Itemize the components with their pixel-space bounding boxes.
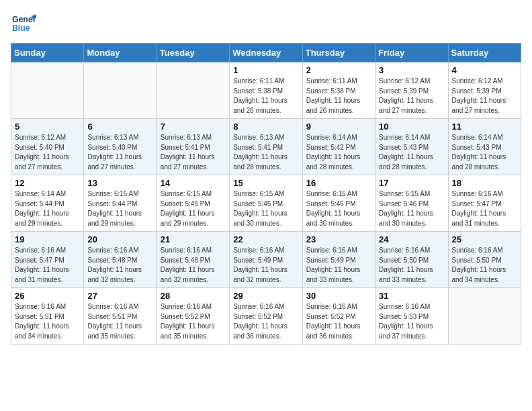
calendar-cell: 18Sunrise: 6:16 AM Sunset: 5:47 PM Dayli… [448, 175, 521, 232]
day-info: Sunrise: 6:14 AM Sunset: 5:44 PM Dayligh… [15, 189, 80, 228]
day-info: Sunrise: 6:14 AM Sunset: 5:43 PM Dayligh… [379, 133, 444, 172]
day-info: Sunrise: 6:15 AM Sunset: 5:44 PM Dayligh… [87, 189, 152, 228]
day-number: 27 [87, 291, 152, 301]
calendar-cell: 8Sunrise: 6:13 AM Sunset: 5:41 PM Daylig… [230, 119, 302, 175]
calendar-cell: 3Sunrise: 6:12 AM Sunset: 5:39 PM Daylig… [375, 62, 448, 119]
day-number: 8 [233, 122, 298, 132]
day-info: Sunrise: 6:16 AM Sunset: 5:51 PM Dayligh… [15, 302, 80, 341]
day-number: 14 [161, 178, 226, 188]
day-number: 16 [306, 178, 371, 188]
day-number: 31 [379, 291, 444, 301]
calendar-week-row: 5Sunrise: 6:12 AM Sunset: 5:40 PM Daylig… [11, 119, 521, 175]
weekday-header: Sunday [11, 44, 84, 62]
day-info: Sunrise: 6:16 AM Sunset: 5:52 PM Dayligh… [161, 302, 226, 341]
calendar-cell: 23Sunrise: 6:16 AM Sunset: 5:49 PM Dayli… [302, 232, 375, 288]
weekday-header: Saturday [448, 44, 521, 62]
day-info: Sunrise: 6:16 AM Sunset: 5:47 PM Dayligh… [452, 189, 517, 228]
day-number: 23 [306, 234, 371, 244]
calendar-cell: 27Sunrise: 6:16 AM Sunset: 5:51 PM Dayli… [84, 288, 157, 345]
calendar-cell: 14Sunrise: 6:15 AM Sunset: 5:45 PM Dayli… [157, 175, 229, 232]
day-info: Sunrise: 6:16 AM Sunset: 5:47 PM Dayligh… [15, 246, 80, 285]
day-number: 9 [306, 122, 371, 132]
day-number: 12 [15, 178, 80, 188]
day-number: 29 [233, 291, 298, 301]
calendar-body: 1Sunrise: 6:11 AM Sunset: 5:38 PM Daylig… [11, 62, 521, 345]
day-info: Sunrise: 6:16 AM Sunset: 5:52 PM Dayligh… [233, 302, 298, 341]
calendar-cell: 21Sunrise: 6:16 AM Sunset: 5:48 PM Dayli… [157, 232, 229, 288]
day-number: 19 [15, 234, 80, 244]
day-info: Sunrise: 6:15 AM Sunset: 5:45 PM Dayligh… [161, 189, 226, 228]
calendar-week-row: 19Sunrise: 6:16 AM Sunset: 5:47 PM Dayli… [11, 232, 521, 288]
calendar-cell: 28Sunrise: 6:16 AM Sunset: 5:52 PM Dayli… [157, 288, 229, 345]
day-number: 7 [161, 122, 226, 132]
day-number: 10 [379, 122, 444, 132]
day-info: Sunrise: 6:16 AM Sunset: 5:53 PM Dayligh… [379, 302, 444, 341]
day-info: Sunrise: 6:11 AM Sunset: 5:38 PM Dayligh… [306, 77, 371, 116]
day-number: 13 [87, 178, 152, 188]
weekday-header: Tuesday [157, 44, 229, 62]
day-info: Sunrise: 6:16 AM Sunset: 5:49 PM Dayligh… [306, 246, 371, 285]
day-number: 18 [452, 178, 517, 188]
day-info: Sunrise: 6:11 AM Sunset: 5:38 PM Dayligh… [233, 77, 298, 116]
weekday-header: Thursday [302, 44, 375, 62]
day-info: Sunrise: 6:16 AM Sunset: 5:50 PM Dayligh… [379, 246, 444, 285]
day-info: Sunrise: 6:16 AM Sunset: 5:49 PM Dayligh… [233, 246, 298, 285]
calendar-cell: 19Sunrise: 6:16 AM Sunset: 5:47 PM Dayli… [11, 232, 84, 288]
calendar-cell [448, 288, 521, 345]
calendar-cell [84, 62, 157, 119]
day-number: 4 [452, 65, 517, 75]
day-number: 24 [379, 234, 444, 244]
day-number: 26 [15, 291, 80, 301]
day-number: 21 [161, 234, 226, 244]
day-info: Sunrise: 6:15 AM Sunset: 5:46 PM Dayligh… [306, 189, 371, 228]
day-info: Sunrise: 6:12 AM Sunset: 5:40 PM Dayligh… [15, 133, 80, 172]
weekday-header: Monday [84, 44, 157, 62]
day-number: 15 [233, 178, 298, 188]
day-info: Sunrise: 6:15 AM Sunset: 5:46 PM Dayligh… [379, 189, 444, 228]
day-number: 3 [379, 65, 444, 75]
calendar-cell: 16Sunrise: 6:15 AM Sunset: 5:46 PM Dayli… [302, 175, 375, 232]
calendar-cell: 1Sunrise: 6:11 AM Sunset: 5:38 PM Daylig… [230, 62, 302, 119]
calendar-cell: 25Sunrise: 6:16 AM Sunset: 5:50 PM Dayli… [448, 232, 521, 288]
day-info: Sunrise: 6:16 AM Sunset: 5:51 PM Dayligh… [87, 302, 152, 341]
calendar-week-row: 12Sunrise: 6:14 AM Sunset: 5:44 PM Dayli… [11, 175, 521, 232]
weekday-header: Wednesday [230, 44, 302, 62]
day-info: Sunrise: 6:16 AM Sunset: 5:48 PM Dayligh… [161, 246, 226, 285]
calendar-cell: 20Sunrise: 6:16 AM Sunset: 5:48 PM Dayli… [84, 232, 157, 288]
calendar-week-row: 26Sunrise: 6:16 AM Sunset: 5:51 PM Dayli… [11, 288, 521, 345]
day-info: Sunrise: 6:14 AM Sunset: 5:43 PM Dayligh… [452, 133, 517, 172]
day-number: 17 [379, 178, 444, 188]
weekday-header: Friday [375, 44, 448, 62]
calendar-cell: 9Sunrise: 6:14 AM Sunset: 5:42 PM Daylig… [302, 119, 375, 175]
day-number: 2 [306, 65, 371, 75]
page-header: General Blue [11, 11, 521, 36]
day-info: Sunrise: 6:16 AM Sunset: 5:50 PM Dayligh… [452, 246, 517, 285]
calendar-cell: 24Sunrise: 6:16 AM Sunset: 5:50 PM Dayli… [375, 232, 448, 288]
calendar-cell: 11Sunrise: 6:14 AM Sunset: 5:43 PM Dayli… [448, 119, 521, 175]
day-number: 25 [452, 234, 517, 244]
day-number: 28 [161, 291, 226, 301]
day-info: Sunrise: 6:13 AM Sunset: 5:40 PM Dayligh… [87, 133, 152, 172]
calendar-cell: 2Sunrise: 6:11 AM Sunset: 5:38 PM Daylig… [302, 62, 375, 119]
day-number: 22 [233, 234, 298, 244]
calendar-cell: 6Sunrise: 6:13 AM Sunset: 5:40 PM Daylig… [84, 119, 157, 175]
logo: General Blue [11, 11, 36, 36]
calendar-cell: 4Sunrise: 6:12 AM Sunset: 5:39 PM Daylig… [448, 62, 521, 119]
svg-text:Blue: Blue [12, 24, 30, 33]
calendar-cell: 22Sunrise: 6:16 AM Sunset: 5:49 PM Dayli… [230, 232, 302, 288]
calendar-cell: 31Sunrise: 6:16 AM Sunset: 5:53 PM Dayli… [375, 288, 448, 345]
day-info: Sunrise: 6:13 AM Sunset: 5:41 PM Dayligh… [233, 133, 298, 172]
day-number: 11 [452, 122, 517, 132]
calendar-cell [11, 62, 84, 119]
calendar-week-row: 1Sunrise: 6:11 AM Sunset: 5:38 PM Daylig… [11, 62, 521, 119]
day-info: Sunrise: 6:14 AM Sunset: 5:42 PM Dayligh… [306, 133, 371, 172]
calendar-cell: 17Sunrise: 6:15 AM Sunset: 5:46 PM Dayli… [375, 175, 448, 232]
logo-icon: General Blue [11, 11, 36, 36]
calendar-cell: 5Sunrise: 6:12 AM Sunset: 5:40 PM Daylig… [11, 119, 84, 175]
calendar-cell: 12Sunrise: 6:14 AM Sunset: 5:44 PM Dayli… [11, 175, 84, 232]
day-info: Sunrise: 6:12 AM Sunset: 5:39 PM Dayligh… [379, 77, 444, 116]
calendar-cell: 15Sunrise: 6:15 AM Sunset: 5:45 PM Dayli… [230, 175, 302, 232]
day-info: Sunrise: 6:15 AM Sunset: 5:45 PM Dayligh… [233, 189, 298, 228]
day-info: Sunrise: 6:16 AM Sunset: 5:48 PM Dayligh… [87, 246, 152, 285]
calendar-header-row: SundayMondayTuesdayWednesdayThursdayFrid… [11, 44, 521, 62]
